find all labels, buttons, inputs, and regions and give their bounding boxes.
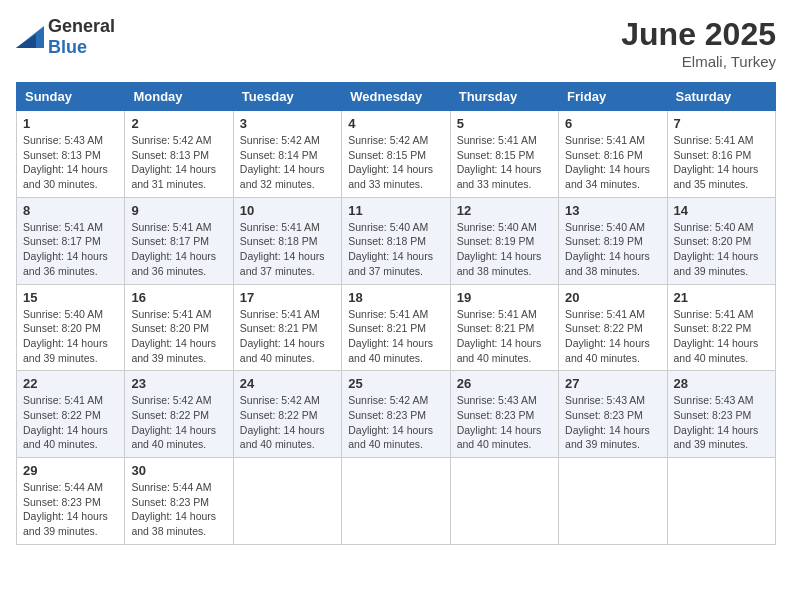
day-info: Sunrise: 5:41 AM Sunset: 8:22 PM Dayligh…: [565, 307, 660, 366]
day-info: Sunrise: 5:43 AM Sunset: 8:23 PM Dayligh…: [565, 393, 660, 452]
title-area: June 2025 Elmali, Turkey: [621, 16, 776, 70]
day-cell-14: 14 Sunrise: 5:40 AM Sunset: 8:20 PM Dayl…: [667, 197, 775, 284]
day-number: 26: [457, 376, 552, 391]
day-info: Sunrise: 5:41 AM Sunset: 8:16 PM Dayligh…: [565, 133, 660, 192]
week-row-2: 8 Sunrise: 5:41 AM Sunset: 8:17 PM Dayli…: [17, 197, 776, 284]
day-number: 29: [23, 463, 118, 478]
day-info: Sunrise: 5:42 AM Sunset: 8:13 PM Dayligh…: [131, 133, 226, 192]
day-info: Sunrise: 5:41 AM Sunset: 8:20 PM Dayligh…: [131, 307, 226, 366]
day-number: 15: [23, 290, 118, 305]
header-thursday: Thursday: [450, 83, 558, 111]
day-cell-19: 19 Sunrise: 5:41 AM Sunset: 8:21 PM Dayl…: [450, 284, 558, 371]
day-cell-8: 8 Sunrise: 5:41 AM Sunset: 8:17 PM Dayli…: [17, 197, 125, 284]
calendar-table: Sunday Monday Tuesday Wednesday Thursday…: [16, 82, 776, 545]
day-info: Sunrise: 5:43 AM Sunset: 8:23 PM Dayligh…: [457, 393, 552, 452]
empty-cell: [342, 458, 450, 545]
week-row-1: 1 Sunrise: 5:43 AM Sunset: 8:13 PM Dayli…: [17, 111, 776, 198]
day-cell-17: 17 Sunrise: 5:41 AM Sunset: 8:21 PM Dayl…: [233, 284, 341, 371]
day-info: Sunrise: 5:40 AM Sunset: 8:19 PM Dayligh…: [565, 220, 660, 279]
day-cell-11: 11 Sunrise: 5:40 AM Sunset: 8:18 PM Dayl…: [342, 197, 450, 284]
header-saturday: Saturday: [667, 83, 775, 111]
day-info: Sunrise: 5:42 AM Sunset: 8:23 PM Dayligh…: [348, 393, 443, 452]
day-info: Sunrise: 5:41 AM Sunset: 8:15 PM Dayligh…: [457, 133, 552, 192]
day-cell-30: 30 Sunrise: 5:44 AM Sunset: 8:23 PM Dayl…: [125, 458, 233, 545]
day-cell-12: 12 Sunrise: 5:40 AM Sunset: 8:19 PM Dayl…: [450, 197, 558, 284]
week-row-4: 22 Sunrise: 5:41 AM Sunset: 8:22 PM Dayl…: [17, 371, 776, 458]
day-cell-7: 7 Sunrise: 5:41 AM Sunset: 8:16 PM Dayli…: [667, 111, 775, 198]
day-number: 22: [23, 376, 118, 391]
day-cell-10: 10 Sunrise: 5:41 AM Sunset: 8:18 PM Dayl…: [233, 197, 341, 284]
day-info: Sunrise: 5:41 AM Sunset: 8:17 PM Dayligh…: [23, 220, 118, 279]
day-info: Sunrise: 5:44 AM Sunset: 8:23 PM Dayligh…: [23, 480, 118, 539]
day-number: 23: [131, 376, 226, 391]
day-number: 17: [240, 290, 335, 305]
day-info: Sunrise: 5:40 AM Sunset: 8:20 PM Dayligh…: [23, 307, 118, 366]
day-cell-21: 21 Sunrise: 5:41 AM Sunset: 8:22 PM Dayl…: [667, 284, 775, 371]
day-cell-16: 16 Sunrise: 5:41 AM Sunset: 8:20 PM Dayl…: [125, 284, 233, 371]
day-info: Sunrise: 5:44 AM Sunset: 8:23 PM Dayligh…: [131, 480, 226, 539]
day-info: Sunrise: 5:41 AM Sunset: 8:17 PM Dayligh…: [131, 220, 226, 279]
day-number: 7: [674, 116, 769, 131]
day-cell-13: 13 Sunrise: 5:40 AM Sunset: 8:19 PM Dayl…: [559, 197, 667, 284]
day-info: Sunrise: 5:41 AM Sunset: 8:22 PM Dayligh…: [674, 307, 769, 366]
header-monday: Monday: [125, 83, 233, 111]
day-cell-3: 3 Sunrise: 5:42 AM Sunset: 8:14 PM Dayli…: [233, 111, 341, 198]
day-number: 24: [240, 376, 335, 391]
day-number: 5: [457, 116, 552, 131]
week-row-5: 29 Sunrise: 5:44 AM Sunset: 8:23 PM Dayl…: [17, 458, 776, 545]
day-info: Sunrise: 5:42 AM Sunset: 8:22 PM Dayligh…: [240, 393, 335, 452]
day-cell-1: 1 Sunrise: 5:43 AM Sunset: 8:13 PM Dayli…: [17, 111, 125, 198]
logo-text: General Blue: [48, 16, 115, 58]
day-number: 14: [674, 203, 769, 218]
day-info: Sunrise: 5:43 AM Sunset: 8:23 PM Dayligh…: [674, 393, 769, 452]
day-info: Sunrise: 5:42 AM Sunset: 8:22 PM Dayligh…: [131, 393, 226, 452]
empty-cell: [233, 458, 341, 545]
header-sunday: Sunday: [17, 83, 125, 111]
day-number: 13: [565, 203, 660, 218]
day-cell-27: 27 Sunrise: 5:43 AM Sunset: 8:23 PM Dayl…: [559, 371, 667, 458]
day-cell-22: 22 Sunrise: 5:41 AM Sunset: 8:22 PM Dayl…: [17, 371, 125, 458]
day-info: Sunrise: 5:41 AM Sunset: 8:18 PM Dayligh…: [240, 220, 335, 279]
day-cell-6: 6 Sunrise: 5:41 AM Sunset: 8:16 PM Dayli…: [559, 111, 667, 198]
logo-general: General: [48, 16, 115, 36]
day-info: Sunrise: 5:42 AM Sunset: 8:15 PM Dayligh…: [348, 133, 443, 192]
day-cell-26: 26 Sunrise: 5:43 AM Sunset: 8:23 PM Dayl…: [450, 371, 558, 458]
day-number: 2: [131, 116, 226, 131]
day-cell-20: 20 Sunrise: 5:41 AM Sunset: 8:22 PM Dayl…: [559, 284, 667, 371]
empty-cell: [450, 458, 558, 545]
empty-cell: [559, 458, 667, 545]
day-cell-23: 23 Sunrise: 5:42 AM Sunset: 8:22 PM Dayl…: [125, 371, 233, 458]
empty-cell: [667, 458, 775, 545]
day-cell-18: 18 Sunrise: 5:41 AM Sunset: 8:21 PM Dayl…: [342, 284, 450, 371]
day-number: 20: [565, 290, 660, 305]
day-number: 11: [348, 203, 443, 218]
day-cell-29: 29 Sunrise: 5:44 AM Sunset: 8:23 PM Dayl…: [17, 458, 125, 545]
month-title: June 2025: [621, 16, 776, 53]
header-tuesday: Tuesday: [233, 83, 341, 111]
day-number: 21: [674, 290, 769, 305]
day-number: 6: [565, 116, 660, 131]
header-friday: Friday: [559, 83, 667, 111]
header-wednesday: Wednesday: [342, 83, 450, 111]
page-header: General Blue June 2025 Elmali, Turkey: [16, 16, 776, 70]
day-info: Sunrise: 5:40 AM Sunset: 8:18 PM Dayligh…: [348, 220, 443, 279]
day-number: 8: [23, 203, 118, 218]
day-number: 27: [565, 376, 660, 391]
day-info: Sunrise: 5:43 AM Sunset: 8:13 PM Dayligh…: [23, 133, 118, 192]
day-info: Sunrise: 5:41 AM Sunset: 8:21 PM Dayligh…: [240, 307, 335, 366]
day-number: 28: [674, 376, 769, 391]
day-info: Sunrise: 5:41 AM Sunset: 8:21 PM Dayligh…: [457, 307, 552, 366]
day-number: 12: [457, 203, 552, 218]
day-number: 3: [240, 116, 335, 131]
day-info: Sunrise: 5:41 AM Sunset: 8:21 PM Dayligh…: [348, 307, 443, 366]
day-number: 10: [240, 203, 335, 218]
day-cell-9: 9 Sunrise: 5:41 AM Sunset: 8:17 PM Dayli…: [125, 197, 233, 284]
day-number: 1: [23, 116, 118, 131]
day-number: 19: [457, 290, 552, 305]
day-cell-24: 24 Sunrise: 5:42 AM Sunset: 8:22 PM Dayl…: [233, 371, 341, 458]
day-number: 25: [348, 376, 443, 391]
day-number: 16: [131, 290, 226, 305]
day-cell-2: 2 Sunrise: 5:42 AM Sunset: 8:13 PM Dayli…: [125, 111, 233, 198]
day-cell-25: 25 Sunrise: 5:42 AM Sunset: 8:23 PM Dayl…: [342, 371, 450, 458]
day-cell-28: 28 Sunrise: 5:43 AM Sunset: 8:23 PM Dayl…: [667, 371, 775, 458]
